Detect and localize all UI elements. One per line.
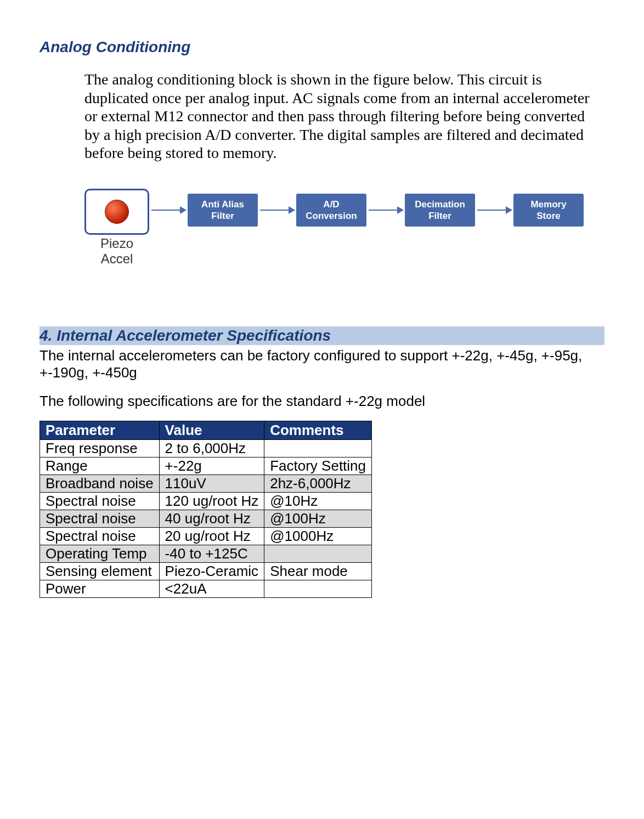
ad-conversion-block: A/DConversion bbox=[296, 194, 366, 227]
table-cell: Broadband noise bbox=[40, 475, 160, 492]
table-cell: 40 ug/root Hz bbox=[159, 510, 264, 527]
table-cell: Spectral noise bbox=[40, 510, 160, 527]
spec-intro-paragraph: The following specifications are for the… bbox=[39, 393, 605, 410]
table-cell: Sensing element bbox=[40, 562, 160, 580]
section-heading-accelerometer-specs: 4. Internal Accelerometer Specifications bbox=[39, 326, 605, 345]
table-row: Operating Temp-40 to +125C bbox=[40, 545, 372, 562]
sensor-dot-icon bbox=[105, 200, 129, 224]
table-cell: +-22g bbox=[159, 457, 264, 475]
table-cell: Power bbox=[40, 580, 160, 597]
table-row: Power<22uA bbox=[40, 580, 372, 597]
table-cell: @10Hz bbox=[264, 492, 372, 510]
table-row: Broadband noise110uV2hz-6,000Hz bbox=[40, 475, 372, 492]
anti-alias-filter-block: Anti AliasFilter bbox=[188, 194, 258, 227]
table-cell: 120 ug/root Hz bbox=[159, 492, 264, 510]
memory-store-block: MemoryStore bbox=[513, 194, 584, 227]
table-cell: Piezo-Ceramic bbox=[159, 562, 264, 580]
table-cell: 2hz-6,000Hz bbox=[264, 475, 372, 492]
table-cell: Range bbox=[40, 457, 160, 475]
table-row: Spectral noise20 ug/root Hz@1000Hz bbox=[40, 527, 372, 545]
table-cell: @100Hz bbox=[264, 510, 372, 527]
signal-chain-diagram: PiezoAccel Anti AliasFilter A/DConversio… bbox=[84, 189, 605, 266]
table-cell: 2 to 6,000Hz bbox=[159, 439, 264, 457]
table-cell: <22uA bbox=[159, 580, 264, 597]
table-cell: Factory Setting bbox=[264, 457, 372, 475]
table-cell bbox=[264, 439, 372, 457]
table-row: Spectral noise120 ug/root Hz@10Hz bbox=[40, 492, 372, 510]
table-cell: Shear mode bbox=[264, 562, 372, 580]
table-cell: Spectral noise bbox=[40, 492, 160, 510]
specifications-table: Parameter Value Comments Freq response2 … bbox=[39, 421, 372, 598]
table-cell: Operating Temp bbox=[40, 545, 160, 562]
arrow-icon bbox=[151, 210, 185, 211]
analog-conditioning-paragraph: The analog conditioning block is shown i… bbox=[84, 70, 595, 162]
accel-config-paragraph: The internal accelerometers can be facto… bbox=[39, 347, 605, 381]
table-cell: Spectral noise bbox=[40, 527, 160, 545]
col-parameter: Parameter bbox=[40, 421, 160, 439]
table-cell: 110uV bbox=[159, 475, 264, 492]
table-row: Sensing elementPiezo-CeramicShear mode bbox=[40, 562, 372, 580]
col-value: Value bbox=[159, 421, 264, 439]
table-cell bbox=[264, 545, 372, 562]
col-comments: Comments bbox=[264, 421, 372, 439]
piezo-accel-icon bbox=[84, 189, 149, 235]
decimation-filter-block: DecimationFilter bbox=[405, 194, 475, 227]
section-heading-analog-conditioning: Analog Conditioning bbox=[39, 38, 605, 56]
table-cell bbox=[264, 580, 372, 597]
table-cell: @1000Hz bbox=[264, 527, 372, 545]
arrow-icon bbox=[369, 210, 403, 211]
table-header-row: Parameter Value Comments bbox=[40, 421, 372, 439]
table-row: Range+-22gFactory Setting bbox=[40, 457, 372, 475]
table-cell: -40 to +125C bbox=[159, 545, 264, 562]
table-cell: 20 ug/root Hz bbox=[159, 527, 264, 545]
arrow-icon bbox=[477, 210, 511, 211]
table-row: Freq response2 to 6,000Hz bbox=[40, 439, 372, 457]
piezo-accel-label: PiezoAccel bbox=[100, 236, 133, 266]
table-row: Spectral noise40 ug/root Hz@100Hz bbox=[40, 510, 372, 527]
table-cell: Freq response bbox=[40, 439, 160, 457]
arrow-icon bbox=[260, 210, 294, 211]
